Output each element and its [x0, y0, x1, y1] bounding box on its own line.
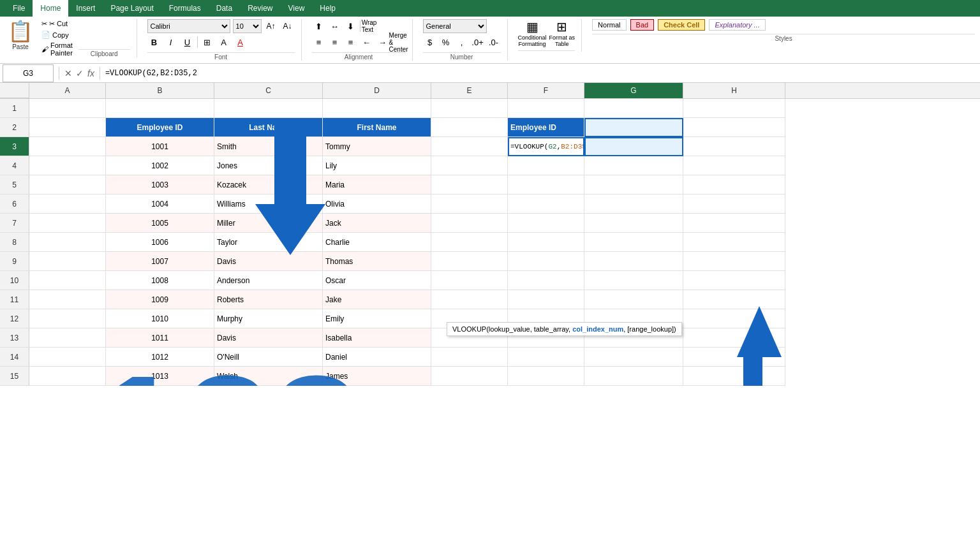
cell-b9[interactable]: 1007	[106, 252, 214, 271]
cell-a7[interactable]	[29, 214, 106, 233]
col-header-a[interactable]: A	[29, 83, 106, 98]
row-header-14[interactable]: 14	[0, 348, 29, 367]
cell-h4[interactable]	[683, 156, 785, 175]
formula-input[interactable]: =VLOOKUP(G2,B2:D35,2	[103, 64, 980, 82]
cell-a15[interactable]	[29, 367, 106, 386]
cell-e7[interactable]	[431, 214, 508, 233]
wrap-text-button[interactable]: Wrap Text	[362, 19, 376, 33]
cell-f9[interactable]	[508, 252, 584, 271]
cell-b4[interactable]: 1002	[106, 156, 214, 175]
row-header-9[interactable]: 9	[0, 252, 29, 271]
cell-e9[interactable]	[431, 252, 508, 271]
cell-e6[interactable]	[431, 195, 508, 214]
cell-d8[interactable]: Charlie	[323, 233, 431, 252]
tab-review[interactable]: Review	[240, 0, 280, 17]
cell-f15[interactable]	[508, 367, 584, 386]
cell-c12[interactable]: Murphy	[214, 309, 323, 328]
cell-f11[interactable]	[508, 290, 584, 309]
cell-g6[interactable]	[584, 195, 683, 214]
col-header-e[interactable]: E	[431, 83, 508, 98]
insert-function-icon[interactable]: fx	[87, 68, 94, 78]
cell-b11[interactable]: 1009	[106, 290, 214, 309]
cell-h12[interactable]	[683, 309, 785, 328]
increase-decimal-button[interactable]: .0+	[471, 35, 485, 49]
cell-d12[interactable]: Emily	[323, 309, 431, 328]
cell-f4[interactable]	[508, 156, 584, 175]
cell-h1[interactable]	[683, 99, 785, 118]
cell-h14[interactable]	[683, 348, 785, 367]
cell-a5[interactable]	[29, 175, 106, 195]
cell-c13[interactable]: Davis	[214, 328, 323, 348]
cell-c6[interactable]: Williams	[214, 195, 323, 214]
cell-b12[interactable]: 1010	[106, 309, 214, 328]
cell-g7[interactable]	[584, 214, 683, 233]
row-header-4[interactable]: 4	[0, 156, 29, 175]
cell-g11[interactable]	[584, 290, 683, 309]
cell-d14[interactable]: Daniel	[323, 348, 431, 367]
cell-e3[interactable]	[431, 137, 508, 156]
cancel-formula-icon[interactable]: ✕	[64, 68, 72, 78]
cell-c8[interactable]: Taylor	[214, 233, 323, 252]
cell-a8[interactable]	[29, 233, 106, 252]
merge-center-button[interactable]: Merge & Center	[392, 35, 406, 49]
style-check-cell[interactable]: Check Cell	[658, 19, 705, 31]
cell-b10[interactable]: 1008	[106, 271, 214, 290]
cell-g9[interactable]	[584, 252, 683, 271]
font-name-select[interactable]: Calibri	[147, 19, 230, 33]
cell-a6[interactable]	[29, 195, 106, 214]
cell-a13[interactable]	[29, 328, 106, 348]
cell-a10[interactable]	[29, 271, 106, 290]
percent-button[interactable]: %	[439, 35, 453, 49]
cell-d11[interactable]: Jake	[323, 290, 431, 309]
row-header-12[interactable]: 12	[0, 309, 29, 328]
cell-e2[interactable]	[431, 118, 508, 137]
cell-e14[interactable]	[431, 348, 508, 367]
cell-d7[interactable]: Jack	[323, 214, 431, 233]
cell-b1[interactable]	[106, 99, 214, 118]
cell-a12[interactable]	[29, 309, 106, 328]
cell-c1[interactable]	[214, 99, 323, 118]
cell-g10[interactable]	[584, 271, 683, 290]
cell-g4[interactable]	[584, 156, 683, 175]
cell-b15[interactable]: 1013	[106, 367, 214, 386]
cell-h7[interactable]	[683, 214, 785, 233]
cell-c14[interactable]: O'Neill	[214, 348, 323, 367]
cell-b7[interactable]: 1005	[106, 214, 214, 233]
cell-h8[interactable]	[683, 233, 785, 252]
cell-b3[interactable]: 1001	[106, 137, 214, 156]
cell-c5[interactable]: Kozacek	[214, 175, 323, 195]
cell-d3[interactable]: Tommy	[323, 137, 431, 156]
cell-c11[interactable]: Roberts	[214, 290, 323, 309]
cell-g14[interactable]	[584, 348, 683, 367]
cell-b14[interactable]: 1012	[106, 348, 214, 367]
cell-d1[interactable]	[323, 99, 431, 118]
cell-g1[interactable]	[584, 99, 683, 118]
cell-f5[interactable]	[508, 175, 584, 195]
cell-f1[interactable]	[508, 99, 584, 118]
cell-a3[interactable]	[29, 137, 106, 156]
row-header-13[interactable]: 13	[0, 328, 29, 348]
currency-button[interactable]: $	[423, 35, 437, 49]
tab-formulas[interactable]: Formulas	[161, 0, 209, 17]
cell-f6[interactable]	[508, 195, 584, 214]
style-bad[interactable]: Bad	[630, 19, 655, 31]
number-format-select[interactable]: General	[423, 19, 487, 33]
cell-b8[interactable]: 1006	[106, 233, 214, 252]
cell-e1[interactable]	[431, 99, 508, 118]
cell-d15[interactable]: James	[323, 367, 431, 386]
cell-d10[interactable]: Oscar	[323, 271, 431, 290]
copy-button[interactable]: 📄Copy	[40, 30, 75, 40]
row-header-3[interactable]: 3	[0, 137, 29, 156]
cell-h6[interactable]	[683, 195, 785, 214]
row-header-8[interactable]: 8	[0, 233, 29, 252]
confirm-formula-icon[interactable]: ✓	[76, 68, 84, 78]
cell-a2[interactable]	[29, 118, 106, 137]
row-header-6[interactable]: 6	[0, 195, 29, 214]
conditional-formatting-button[interactable]: ▦ ConditionalFormatting	[518, 19, 547, 47]
cell-f2[interactable]: Employee ID	[508, 118, 584, 137]
format-as-table-button[interactable]: ⊞ Format asTable	[549, 19, 575, 47]
cell-a1[interactable]	[29, 99, 106, 118]
tab-page-layout[interactable]: Page Layout	[103, 0, 161, 17]
col-header-c[interactable]: C	[214, 83, 323, 98]
cell-c7[interactable]: Miller	[214, 214, 323, 233]
